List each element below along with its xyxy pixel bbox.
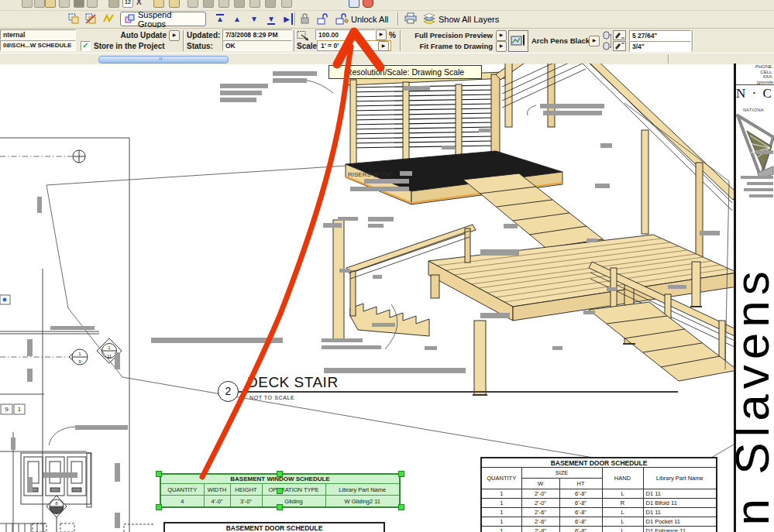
toolbar-icon[interactable] (34, 0, 45, 8)
toolbar-icon[interactable] (218, 0, 229, 8)
bring-forward-icon[interactable]: ▲ (231, 13, 243, 25)
unlock-all-icon[interactable] (335, 12, 349, 25)
view-number-bubble: 2 (218, 381, 239, 402)
toolbar-icon[interactable] (187, 0, 198, 8)
selection-handle[interactable] (156, 471, 162, 477)
drawing-item-field[interactable]: 08\SCH...W SCHEDULE (0, 40, 76, 51)
project-name-text: on Slavens (733, 225, 774, 532)
resolution-flyout-button[interactable] (376, 29, 387, 40)
redaction-bar (755, 150, 773, 154)
contact-line: PHONE: (736, 64, 773, 70)
folder-icon[interactable] (45, 0, 56, 8)
toolbar-icon[interactable] (349, 0, 359, 8)
lock-icon[interactable] (299, 12, 311, 25)
unlock-all-label[interactable]: Unlock All (351, 14, 388, 25)
send-to-back-icon[interactable]: ▼ (265, 13, 277, 25)
unlock-icon[interactable] (316, 12, 329, 25)
door-schedule-title: BASEMENT DOOR SCHEDULE (481, 458, 717, 468)
company-logo-icon (734, 112, 774, 180)
scale-flyout-button[interactable] (378, 41, 389, 51)
selection-handle[interactable] (398, 471, 404, 477)
send-backward-icon[interactable]: ▼ (248, 13, 260, 25)
table-row: 12'-0" 6'-8"R D1 Bifold 11 (481, 499, 717, 508)
selection-handle[interactable] (398, 504, 404, 510)
pen-set-flyout-button[interactable] (589, 36, 600, 46)
toolbar-icon[interactable] (87, 0, 98, 8)
titleblock-project-name: on Slavens (733, 225, 774, 532)
contact-line: FAX: (736, 74, 773, 80)
show-all-layers-label[interactable]: Show All Layers (439, 14, 499, 25)
toolbar-separator (294, 12, 296, 26)
suspend-groups-icon (125, 14, 135, 24)
company-logo-text: N · C (736, 86, 774, 101)
infobar-separator (294, 30, 295, 51)
toolbar-icon[interactable] (203, 0, 214, 8)
selection-handle[interactable] (156, 504, 162, 510)
layers-icon[interactable] (422, 13, 435, 24)
folder-up-icon[interactable] (153, 0, 164, 8)
chain-link-icon[interactable] (602, 31, 611, 51)
toolbar-icon[interactable] (234, 0, 245, 8)
pen-weight-field-2[interactable]: 3/4" (629, 41, 691, 52)
preview-options-button[interactable] (508, 30, 528, 52)
contact-line: CELL: (736, 70, 773, 75)
toolbar-icon[interactable] (108, 0, 119, 8)
view-title: DECK STAIR (247, 374, 339, 391)
titleblock-rule (736, 84, 774, 85)
toolbar-icon[interactable] (281, 0, 292, 8)
bring-to-front-icon[interactable]: ▲ (214, 13, 226, 25)
fit-frame-label: Fit Frame to Drawing (400, 42, 493, 51)
pen-weight-icon[interactable] (613, 30, 626, 40)
selection-handle[interactable] (277, 504, 283, 510)
pen-set-label: Arch Pens Black (531, 36, 587, 46)
table-row: 12'-0" 6'-8"L D1 11 (481, 489, 717, 499)
redaction-bar (749, 194, 773, 197)
suspend-groups-button[interactable]: Suspend Groups (120, 12, 206, 26)
redaction-bar (744, 188, 773, 191)
horizontal-scrollbar-track[interactable] (0, 53, 774, 64)
infobar-divider (0, 28, 774, 29)
selection-handle[interactable] (277, 488, 283, 494)
fit-frame-flyout-button[interactable] (496, 41, 507, 52)
ungroup-icon[interactable] (85, 13, 97, 25)
strip-groove (668, 54, 669, 63)
folder-down-icon[interactable] (169, 0, 180, 8)
infobar-separator (692, 30, 693, 51)
full-precision-flyout-button[interactable] (496, 30, 507, 41)
pen-weight-icon[interactable] (613, 41, 626, 51)
group-icon[interactable] (68, 13, 80, 25)
printer-icon[interactable] (404, 12, 418, 24)
toolbar-icon[interactable] (265, 0, 276, 8)
arrange-toolbar: Suspend Groups ▲ ▲ ▼ ▼ ▶ Unlock All Show… (0, 10, 774, 28)
updated-value-field: 7/3/2008 8:29 PM (222, 29, 292, 40)
tooltip-resolution-scale: Resolution/Scale: Drawing Scale (329, 65, 482, 79)
full-precision-label: Full Precision Preview (400, 31, 493, 40)
drawing-name-field[interactable]: nternal (0, 29, 76, 40)
svg-text:9: 9 (5, 406, 9, 413)
horizontal-scrollbar-thumb[interactable] (98, 56, 229, 63)
toolbar-icon[interactable] (22, 0, 33, 8)
status-label: Status: (187, 42, 213, 51)
selection-handle[interactable] (277, 471, 283, 477)
basement-door-schedule[interactable]: BASEMENT DOOR SCHEDULE QUANTITY SIZE HAN… (480, 457, 717, 532)
numbering-icon[interactable]: 12 (122, 0, 133, 8)
edit-group-icon[interactable] (103, 13, 115, 25)
delete-icon[interactable]: X (136, 0, 146, 6)
pen-weight-field-1[interactable]: 5 27/64" (629, 30, 691, 41)
risers-note: RISERS @ 7⅝" (348, 171, 391, 178)
toolbar-icon[interactable] (249, 0, 260, 8)
resolution-scale-field[interactable]: 100.00 (315, 29, 376, 40)
toolbar-icon[interactable] (59, 0, 70, 8)
basement-door-schedule-bottom[interactable]: BASEMENT DOOR SCHEDULE (163, 522, 385, 532)
image-pen-icon (509, 31, 528, 51)
toolbar-icon[interactable] (74, 0, 84, 8)
auto-update-flyout-button[interactable] (169, 30, 180, 41)
step-icon[interactable]: ▶ (282, 13, 293, 25)
titleblock-contact: PHONE: CELL: FAX: jgsonde (736, 64, 773, 84)
suspend-groups-label: Suspend Groups (138, 10, 201, 29)
store-in-project-checkbox[interactable]: ✓ (81, 41, 91, 51)
toolbar-icon[interactable] (363, 0, 373, 8)
table-row: 12'-6" 6'-8"L D1 Pocket 11 (481, 517, 717, 527)
infobar-separator (183, 30, 184, 51)
door-schedule-header: QUANTITY SIZE HAND Library Part Name (481, 468, 717, 479)
